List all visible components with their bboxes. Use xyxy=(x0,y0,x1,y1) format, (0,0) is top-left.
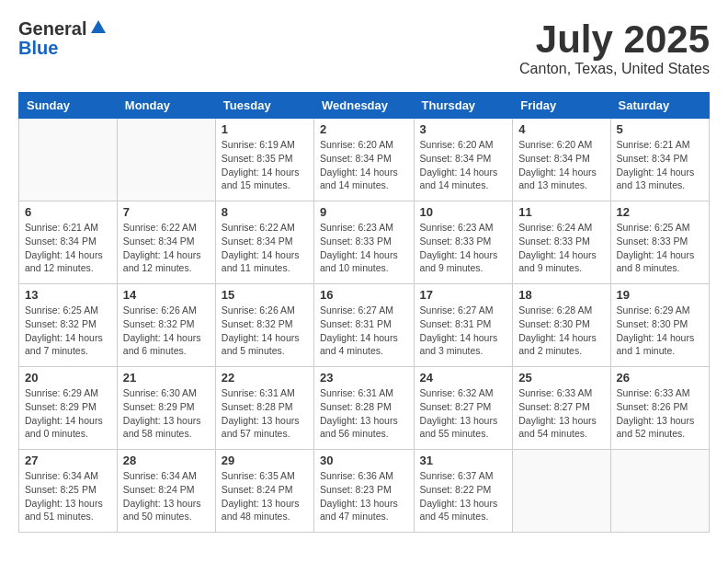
day-detail: Sunrise: 6:33 AM Sunset: 8:26 PM Dayligh… xyxy=(617,386,703,441)
calendar-cell: 19Sunrise: 6:29 AM Sunset: 8:30 PM Dayli… xyxy=(610,284,709,367)
calendar-cell: 30Sunrise: 6:36 AM Sunset: 8:23 PM Dayli… xyxy=(314,450,415,533)
calendar-cell xyxy=(19,119,118,201)
calendar-cell: 10Sunrise: 6:23 AM Sunset: 8:33 PM Dayli… xyxy=(414,201,513,284)
day-number: 7 xyxy=(123,205,210,219)
day-number: 8 xyxy=(222,205,308,219)
calendar-cell xyxy=(610,450,709,533)
weekday-header-monday: Monday xyxy=(117,93,215,119)
weekday-header-wednesday: Wednesday xyxy=(314,93,415,119)
day-detail: Sunrise: 6:37 AM Sunset: 8:22 PM Dayligh… xyxy=(420,469,507,523)
calendar-cell: 6Sunrise: 6:21 AM Sunset: 8:34 PM Daylig… xyxy=(19,201,118,284)
logo-icon xyxy=(90,18,107,35)
day-number: 26 xyxy=(617,371,703,385)
day-detail: Sunrise: 6:25 AM Sunset: 8:32 PM Dayligh… xyxy=(25,304,111,358)
calendar-header: SundayMondayTuesdayWednesdayThursdayFrid… xyxy=(19,93,710,119)
calendar-cell: 23Sunrise: 6:31 AM Sunset: 8:28 PM Dayli… xyxy=(314,367,415,450)
title-section: July 2025 Canton, Texas, United States xyxy=(519,18,710,77)
calendar-cell: 14Sunrise: 6:26 AM Sunset: 8:32 PM Dayli… xyxy=(117,284,215,367)
day-number: 11 xyxy=(518,205,604,219)
calendar-cell: 1Sunrise: 6:19 AM Sunset: 8:35 PM Daylig… xyxy=(215,119,313,201)
day-detail: Sunrise: 6:19 AM Sunset: 8:35 PM Dayligh… xyxy=(222,138,308,192)
day-detail: Sunrise: 6:32 AM Sunset: 8:27 PM Dayligh… xyxy=(420,386,507,441)
calendar-cell xyxy=(117,119,215,201)
day-detail: Sunrise: 6:36 AM Sunset: 8:23 PM Dayligh… xyxy=(320,469,408,523)
calendar-cell: 7Sunrise: 6:22 AM Sunset: 8:34 PM Daylig… xyxy=(117,201,215,284)
day-number: 6 xyxy=(25,205,111,219)
day-detail: Sunrise: 6:27 AM Sunset: 8:31 PM Dayligh… xyxy=(420,304,507,358)
day-detail: Sunrise: 6:27 AM Sunset: 8:31 PM Dayligh… xyxy=(320,304,408,358)
day-detail: Sunrise: 6:21 AM Sunset: 8:34 PM Dayligh… xyxy=(617,138,703,192)
calendar-cell: 24Sunrise: 6:32 AM Sunset: 8:27 PM Dayli… xyxy=(414,367,513,450)
day-detail: Sunrise: 6:22 AM Sunset: 8:34 PM Dayligh… xyxy=(123,221,210,275)
day-detail: Sunrise: 6:31 AM Sunset: 8:28 PM Dayligh… xyxy=(222,386,308,441)
calendar-week-4: 27Sunrise: 6:34 AM Sunset: 8:25 PM Dayli… xyxy=(19,450,710,533)
calendar-cell: 27Sunrise: 6:34 AM Sunset: 8:25 PM Dayli… xyxy=(19,450,118,533)
calendar-week-2: 13Sunrise: 6:25 AM Sunset: 8:32 PM Dayli… xyxy=(19,284,710,367)
calendar-cell: 15Sunrise: 6:26 AM Sunset: 8:32 PM Dayli… xyxy=(215,284,313,367)
day-number: 21 xyxy=(123,371,210,385)
day-number: 3 xyxy=(420,122,507,136)
calendar-cell: 21Sunrise: 6:30 AM Sunset: 8:29 PM Dayli… xyxy=(117,367,215,450)
day-detail: Sunrise: 6:23 AM Sunset: 8:33 PM Dayligh… xyxy=(420,221,507,275)
logo-blue-text: Blue xyxy=(18,39,58,57)
logo: General Blue xyxy=(18,18,107,57)
calendar-cell: 20Sunrise: 6:29 AM Sunset: 8:29 PM Dayli… xyxy=(19,367,118,450)
day-number: 23 xyxy=(320,371,408,385)
calendar-cell: 11Sunrise: 6:24 AM Sunset: 8:33 PM Dayli… xyxy=(513,201,610,284)
calendar-week-3: 20Sunrise: 6:29 AM Sunset: 8:29 PM Dayli… xyxy=(19,367,710,450)
svg-marker-0 xyxy=(91,20,106,33)
day-number: 25 xyxy=(518,371,604,385)
day-number: 19 xyxy=(617,288,703,302)
calendar-cell: 28Sunrise: 6:34 AM Sunset: 8:24 PM Dayli… xyxy=(117,450,215,533)
day-number: 22 xyxy=(222,371,308,385)
calendar-cell: 22Sunrise: 6:31 AM Sunset: 8:28 PM Dayli… xyxy=(215,367,313,450)
calendar-cell: 18Sunrise: 6:28 AM Sunset: 8:30 PM Dayli… xyxy=(513,284,610,367)
day-detail: Sunrise: 6:26 AM Sunset: 8:32 PM Dayligh… xyxy=(123,304,210,358)
day-number: 18 xyxy=(518,288,604,302)
weekday-row: SundayMondayTuesdayWednesdayThursdayFrid… xyxy=(19,93,710,119)
day-number: 2 xyxy=(320,122,408,136)
day-number: 5 xyxy=(617,122,703,136)
day-number: 9 xyxy=(320,205,408,219)
day-number: 28 xyxy=(123,454,210,467)
calendar-cell: 29Sunrise: 6:35 AM Sunset: 8:24 PM Dayli… xyxy=(215,450,313,533)
day-number: 1 xyxy=(222,122,308,136)
day-number: 27 xyxy=(25,454,111,467)
day-number: 20 xyxy=(25,371,111,385)
day-detail: Sunrise: 6:25 AM Sunset: 8:33 PM Dayligh… xyxy=(617,221,703,275)
calendar-cell: 13Sunrise: 6:25 AM Sunset: 8:32 PM Dayli… xyxy=(19,284,118,367)
weekday-header-friday: Friday xyxy=(513,93,610,119)
calendar-cell: 16Sunrise: 6:27 AM Sunset: 8:31 PM Dayli… xyxy=(314,284,415,367)
day-detail: Sunrise: 6:24 AM Sunset: 8:33 PM Dayligh… xyxy=(518,221,604,275)
day-detail: Sunrise: 6:33 AM Sunset: 8:27 PM Dayligh… xyxy=(518,386,604,441)
day-number: 15 xyxy=(222,288,308,302)
day-detail: Sunrise: 6:34 AM Sunset: 8:24 PM Dayligh… xyxy=(123,469,210,523)
calendar-cell: 3Sunrise: 6:20 AM Sunset: 8:34 PM Daylig… xyxy=(414,119,513,201)
calendar-cell: 2Sunrise: 6:20 AM Sunset: 8:34 PM Daylig… xyxy=(314,119,415,201)
calendar-cell: 25Sunrise: 6:33 AM Sunset: 8:27 PM Dayli… xyxy=(513,367,610,450)
weekday-header-sunday: Sunday xyxy=(19,93,118,119)
main-title: July 2025 xyxy=(519,18,710,61)
day-detail: Sunrise: 6:34 AM Sunset: 8:25 PM Dayligh… xyxy=(25,469,111,523)
calendar-cell: 4Sunrise: 6:20 AM Sunset: 8:34 PM Daylig… xyxy=(513,119,610,201)
day-detail: Sunrise: 6:29 AM Sunset: 8:29 PM Dayligh… xyxy=(25,386,111,441)
calendar-cell: 17Sunrise: 6:27 AM Sunset: 8:31 PM Dayli… xyxy=(414,284,513,367)
calendar-table: SundayMondayTuesdayWednesdayThursdayFrid… xyxy=(18,92,710,533)
weekday-header-thursday: Thursday xyxy=(414,93,513,119)
calendar-cell: 12Sunrise: 6:25 AM Sunset: 8:33 PM Dayli… xyxy=(610,201,709,284)
calendar-cell xyxy=(513,450,610,533)
day-detail: Sunrise: 6:31 AM Sunset: 8:28 PM Dayligh… xyxy=(320,386,408,441)
day-number: 16 xyxy=(320,288,408,302)
calendar-body: 1Sunrise: 6:19 AM Sunset: 8:35 PM Daylig… xyxy=(19,119,710,533)
calendar-cell: 26Sunrise: 6:33 AM Sunset: 8:26 PM Dayli… xyxy=(610,367,709,450)
day-number: 31 xyxy=(420,454,507,467)
day-detail: Sunrise: 6:20 AM Sunset: 8:34 PM Dayligh… xyxy=(320,138,408,192)
day-number: 12 xyxy=(617,205,703,219)
day-detail: Sunrise: 6:26 AM Sunset: 8:32 PM Dayligh… xyxy=(222,304,308,358)
day-number: 30 xyxy=(320,454,408,467)
subtitle: Canton, Texas, United States xyxy=(519,61,710,77)
day-detail: Sunrise: 6:22 AM Sunset: 8:34 PM Dayligh… xyxy=(222,221,308,275)
day-detail: Sunrise: 6:20 AM Sunset: 8:34 PM Dayligh… xyxy=(518,138,604,192)
day-detail: Sunrise: 6:30 AM Sunset: 8:29 PM Dayligh… xyxy=(123,386,210,441)
day-detail: Sunrise: 6:28 AM Sunset: 8:30 PM Dayligh… xyxy=(518,304,604,358)
